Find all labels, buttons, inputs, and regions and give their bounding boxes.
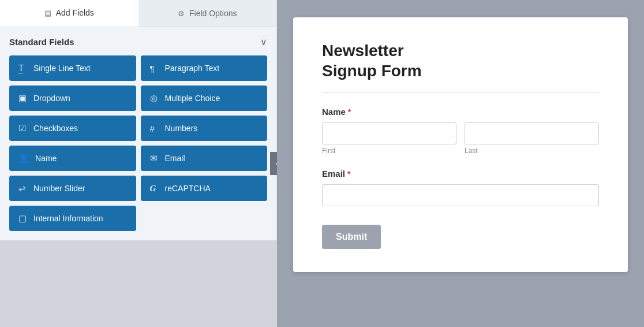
name-label: Name * xyxy=(322,107,599,117)
email-label: Email * xyxy=(322,169,599,179)
chevron-down-icon[interactable]: ∨ xyxy=(260,36,267,47)
fields-area: Standard Fields ∨ T̲ Single Line Text ¶ … xyxy=(0,27,276,240)
last-name-wrap: Last xyxy=(465,122,599,155)
form-title: NewsletterSignup Form xyxy=(322,40,599,81)
single-line-text-icon: T̲ xyxy=(18,63,28,73)
number-slider-icon: ⇌ xyxy=(18,183,28,194)
name-required-star: * xyxy=(348,107,351,117)
first-name-wrap: First xyxy=(322,122,456,155)
email-icon: ✉ xyxy=(150,153,159,164)
name-inputs: First Last xyxy=(322,122,599,155)
field-btn-email[interactable]: ✉ Email xyxy=(141,146,268,171)
last-name-sub-label: Last xyxy=(465,147,599,155)
field-btn-recaptcha-label: reCAPTCHA xyxy=(165,184,211,193)
recaptcha-icon: G xyxy=(150,184,159,194)
numbers-icon: # xyxy=(150,124,159,133)
field-btn-checkboxes[interactable]: ☑ Checkboxes xyxy=(9,116,136,141)
name-icon: 👤 xyxy=(18,153,29,164)
checkboxes-icon: ☑ xyxy=(18,123,28,133)
email-label-text: Email xyxy=(322,169,345,179)
email-required-star: * xyxy=(347,169,350,179)
field-btn-single-line-text[interactable]: T̲ Single Line Text xyxy=(9,55,136,81)
first-name-input[interactable] xyxy=(322,122,456,144)
add-fields-icon: ▤ xyxy=(44,9,51,17)
field-btn-numbers-label: Numbers xyxy=(165,124,198,133)
name-label-text: Name xyxy=(322,107,346,117)
first-name-sub-label: First xyxy=(322,147,456,155)
form-field-email: Email * xyxy=(322,169,599,206)
field-btn-numbers[interactable]: # Numbers xyxy=(141,116,268,141)
tabs-bar: ▤ Add Fields ⚙ Field Options xyxy=(0,0,276,27)
field-btn-recaptcha[interactable]: G reCAPTCHA xyxy=(141,176,268,201)
tab-field-options[interactable]: ⚙ Field Options xyxy=(138,0,277,27)
dropdown-icon: ▣ xyxy=(18,93,28,103)
field-options-icon: ⚙ xyxy=(178,9,185,18)
section-title: Standard Fields xyxy=(9,37,74,47)
field-btn-email-label: Email xyxy=(165,154,185,163)
field-btn-multiple-choice-label: Multiple Choice xyxy=(165,94,220,103)
tab-add-fields[interactable]: ▤ Add Fields xyxy=(0,0,138,27)
field-btn-name-label: Name xyxy=(35,154,57,163)
field-btn-checkboxes-label: Checkboxes xyxy=(33,124,78,133)
field-btn-paragraph-text[interactable]: ¶ Paragraph Text xyxy=(141,55,268,81)
field-btn-paragraph-text-label: Paragraph Text xyxy=(165,64,220,73)
field-btn-dropdown-label: Dropdown xyxy=(33,94,70,103)
last-name-input[interactable] xyxy=(465,122,599,144)
form-field-name: Name * First Last xyxy=(322,107,599,155)
internal-information-icon: ▢ xyxy=(18,213,28,224)
field-btn-multiple-choice[interactable]: ◎ Multiple Choice xyxy=(141,86,268,111)
field-btn-name[interactable]: 👤 Name xyxy=(9,146,136,171)
tab-add-fields-label: Add Fields xyxy=(56,8,94,17)
right-panel: NewsletterSignup Form Name * First Last xyxy=(277,0,644,327)
left-panel: ▤ Add Fields ⚙ Field Options Standard Fi… xyxy=(0,0,277,240)
tab-field-options-label: Field Options xyxy=(189,9,237,18)
field-btn-internal-information-label: Internal Information xyxy=(33,214,103,223)
field-btn-internal-information[interactable]: ▢ Internal Information xyxy=(9,206,136,231)
multiple-choice-icon: ◎ xyxy=(150,93,159,103)
submit-button[interactable]: Submit xyxy=(322,225,381,249)
email-input[interactable] xyxy=(322,184,599,206)
field-btn-single-line-text-label: Single Line Text xyxy=(33,64,91,73)
section-header: Standard Fields ∨ xyxy=(9,36,267,47)
field-btn-number-slider[interactable]: ⇌ Number Slider xyxy=(9,176,136,201)
form-card: NewsletterSignup Form Name * First Last xyxy=(293,17,628,272)
paragraph-text-icon: ¶ xyxy=(150,64,159,73)
field-btn-number-slider-label: Number Slider xyxy=(33,184,85,193)
form-divider xyxy=(322,92,599,93)
fields-grid: T̲ Single Line Text ¶ Paragraph Text ▣ D… xyxy=(9,55,267,231)
field-btn-dropdown[interactable]: ▣ Dropdown xyxy=(9,86,136,111)
